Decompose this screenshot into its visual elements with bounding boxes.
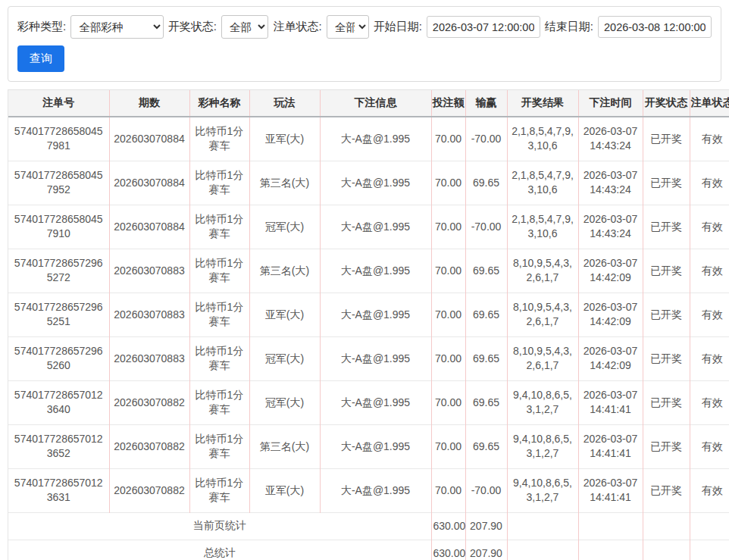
cell-win-loss: 69.65 (465, 161, 507, 205)
bet-status-select[interactable]: 全部 (327, 15, 369, 39)
query-button[interactable]: 查询 (17, 45, 64, 72)
cell-bet-amount: 70.00 (431, 293, 465, 336)
cell-period: 202603070883 (109, 336, 189, 380)
cell-bet-id: 5740177286580457910 (8, 205, 109, 249)
cell-bet-amount: 70.00 (431, 336, 465, 380)
cell-win-loss: 69.65 (465, 293, 507, 336)
cell-play-type: 第三名(大) (249, 249, 320, 293)
cell-bet-info: 大-A盘@1.995 (320, 468, 431, 512)
cell-draw-status: 已开奖 (643, 468, 690, 512)
bet-records-table: 注单号 期数 彩种名称 玩法 下注信息 投注额 输赢 开奖结果 下注时间 开奖状… (8, 90, 729, 560)
header-draw-result: 开奖结果 (507, 90, 578, 117)
cell-draw-result: 9,4,10,8,6,5,3,1,2,7 (507, 380, 578, 424)
cell-win-loss: -70.00 (465, 205, 507, 249)
cell-draw-status: 已开奖 (643, 161, 690, 205)
cell-bet-time: 2026-03-07 14:43:24 (578, 161, 643, 205)
cell-bet-info: 大-A盘@1.995 (320, 380, 431, 424)
filter-panel: 彩种类型: 全部彩种 开奖状态: 全部 注单状态: 全部 开始日期: 结束日期:… (8, 6, 721, 82)
table-body: 5740177286580457981 202603070884 比特币1分赛车… (8, 117, 729, 512)
cell-play-type: 亚军(大) (249, 293, 320, 336)
lottery-type-label: 彩种类型: (17, 20, 66, 34)
cell-play-type: 亚军(大) (249, 468, 320, 512)
end-date-label: 结束日期: (545, 20, 593, 34)
cell-bet-status: 有效 (690, 205, 729, 249)
header-bet-id: 注单号 (8, 90, 109, 117)
header-bet-status: 注单状态 (690, 90, 729, 117)
cell-bet-status: 有效 (690, 117, 729, 161)
cell-lottery-name: 比特币1分赛车 (189, 161, 249, 205)
cell-bet-id: 5740177286580457981 (8, 117, 109, 161)
cell-bet-info: 大-A盘@1.995 (320, 249, 431, 293)
cell-period: 202603070882 (109, 468, 189, 512)
cell-bet-info: 大-A盘@1.995 (320, 205, 431, 249)
cell-draw-status: 已开奖 (643, 205, 690, 249)
empty-cell (690, 540, 729, 560)
cell-lottery-name: 比特币1分赛车 (189, 468, 249, 512)
cell-draw-status: 已开奖 (643, 380, 690, 424)
cell-draw-status: 已开奖 (643, 117, 690, 161)
cell-play-type: 第三名(大) (249, 161, 320, 205)
cell-bet-status: 有效 (690, 468, 729, 512)
cell-bet-id: 5740177286580457952 (8, 161, 109, 205)
bet-status-label: 注单状态: (273, 20, 321, 34)
cell-lottery-name: 比特币1分赛车 (189, 117, 249, 161)
cell-bet-amount: 70.00 (431, 117, 465, 161)
cell-bet-amount: 70.00 (431, 161, 465, 205)
cell-draw-result: 2,1,8,5,4,7,9,3,10,6 (507, 117, 578, 161)
cell-bet-status: 有效 (690, 293, 729, 336)
cell-draw-status: 已开奖 (643, 336, 690, 380)
cell-bet-info: 大-A盘@1.995 (320, 336, 431, 380)
table-row: 5740177286580457952 202603070884 比特币1分赛车… (8, 161, 729, 205)
cell-lottery-name: 比特币1分赛车 (189, 424, 249, 468)
cell-bet-amount: 70.00 (431, 424, 465, 468)
empty-cell (643, 540, 690, 560)
cell-bet-status: 有效 (690, 424, 729, 468)
cell-bet-id: 5740177286572965251 (8, 293, 109, 336)
cell-bet-time: 2026-03-07 14:41:41 (578, 380, 643, 424)
cell-lottery-name: 比特币1分赛车 (189, 293, 249, 336)
cell-period: 202603070882 (109, 424, 189, 468)
empty-cell (690, 512, 729, 540)
cell-bet-status: 有效 (690, 249, 729, 293)
table-row: 5740177286572965251 202603070883 比特币1分赛车… (8, 293, 729, 336)
cell-bet-id: 5740177286570123652 (8, 424, 109, 468)
empty-cell (643, 512, 690, 540)
cell-win-loss: 69.65 (465, 336, 507, 380)
cell-win-loss: 69.65 (465, 424, 507, 468)
cell-play-type: 冠军(大) (249, 380, 320, 424)
cell-bet-status: 有效 (690, 336, 729, 380)
end-date-input[interactable] (598, 16, 712, 38)
cell-win-loss: 69.65 (465, 380, 507, 424)
draw-status-select[interactable]: 全部 (221, 15, 269, 39)
table-header-row: 注单号 期数 彩种名称 玩法 下注信息 投注额 输赢 开奖结果 下注时间 开奖状… (8, 90, 729, 117)
cell-bet-time: 2026-03-07 14:41:41 (578, 424, 643, 468)
cell-bet-info: 大-A盘@1.995 (320, 424, 431, 468)
bet-records-table-wrap: 注单号 期数 彩种名称 玩法 下注信息 投注额 输赢 开奖结果 下注时间 开奖状… (8, 89, 729, 560)
cell-lottery-name: 比特币1分赛车 (189, 336, 249, 380)
start-date-input[interactable] (427, 16, 540, 38)
header-lottery-name: 彩种名称 (189, 90, 249, 117)
cell-period: 202603070884 (109, 117, 189, 161)
table-row: 5740177286570123640 202603070882 比特币1分赛车… (8, 380, 729, 424)
cell-bet-id: 5740177286570123640 (8, 380, 109, 424)
cell-bet-amount: 70.00 (431, 380, 465, 424)
cell-draw-result: 9,4,10,8,6,5,3,1,2,7 (507, 424, 578, 468)
page-summary-bet-amount: 630.00 (431, 512, 465, 540)
total-summary-row: 总统计 630.00 207.90 (8, 540, 729, 560)
header-win-loss: 输赢 (465, 90, 507, 117)
total-summary-label: 总统计 (8, 540, 431, 560)
lottery-type-select[interactable]: 全部彩种 (70, 15, 164, 39)
cell-draw-result: 2,1,8,5,4,7,9,3,10,6 (507, 205, 578, 249)
cell-period: 202603070883 (109, 293, 189, 336)
cell-play-type: 第三名(大) (249, 424, 320, 468)
cell-bet-amount: 70.00 (431, 205, 465, 249)
cell-draw-status: 已开奖 (643, 249, 690, 293)
cell-bet-info: 大-A盘@1.995 (320, 161, 431, 205)
cell-bet-amount: 70.00 (431, 249, 465, 293)
cell-bet-time: 2026-03-07 14:42:09 (578, 249, 643, 293)
empty-cell (578, 512, 643, 540)
empty-cell (578, 540, 643, 560)
cell-draw-result: 8,10,9,5,4,3,2,6,1,7 (507, 249, 578, 293)
cell-period: 202603070883 (109, 249, 189, 293)
page-summary-win-loss: 207.90 (465, 512, 507, 540)
